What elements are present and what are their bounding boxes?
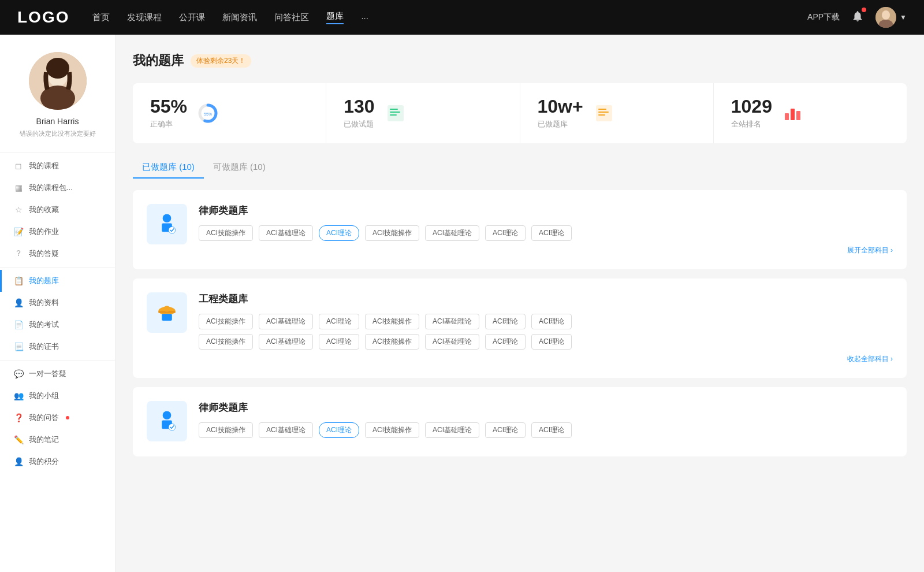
tag[interactable]: ACI技能操作 (199, 334, 253, 350)
sidebar-item-my-points[interactable]: 👤 我的积分 (0, 451, 115, 473)
tag[interactable]: ACI基础理论 (259, 314, 313, 329)
my-homework-icon: 📝 (14, 227, 23, 236)
nav-news[interactable]: 新闻资讯 (222, 12, 257, 23)
sidebar-item-my-exams[interactable]: 📄 我的考试 (0, 314, 115, 336)
my-courses-icon: ◻ (14, 161, 23, 170)
stat-banks-done-text: 10w+ 已做题库 (538, 97, 583, 129)
qbank-2-tags-row1: ACI技能操作 ACI基础理论 ACI理论 ACI技能操作 ACI基础理论 AC… (199, 314, 893, 329)
tag[interactable]: ACI基础理论 (425, 314, 479, 329)
expand-link-1[interactable]: 展开全部科目 › (199, 246, 893, 255)
tag-selected[interactable]: ACI理论 (319, 422, 359, 438)
navbar-right: APP下载 ▼ (807, 7, 907, 28)
avatar (875, 7, 896, 28)
stats-row: 55% 正确率 55% 130 已做试题 (133, 83, 907, 143)
logo: LOGO (17, 8, 69, 27)
questions-done-icon (384, 102, 407, 125)
qbank-2-tags-row2: ACI技能操作 ACI基础理论 ACI理论 ACI技能操作 ACI基础理论 AC… (199, 334, 893, 350)
sidebar-item-my-course-packages[interactable]: ▦ 我的课程包... (0, 177, 115, 199)
collapse-link-2[interactable]: 收起全部科目 › (199, 354, 893, 364)
sidebar-item-label: 一对一答疑 (29, 369, 66, 379)
tag[interactable]: ACI理论 (485, 225, 526, 241)
tag[interactable]: ACI技能操作 (365, 422, 419, 438)
tag[interactable]: ACI理论 (319, 314, 359, 329)
accuracy-chart-icon: 55% (196, 102, 219, 125)
svg-point-22 (163, 214, 172, 222)
sidebar-item-my-homework[interactable]: 📝 我的作业 (0, 221, 115, 243)
navbar: LOGO 首页 发现课程 公开课 新闻资讯 问答社区 题库 ··· APP下载 … (0, 0, 924, 35)
nav-more[interactable]: ··· (361, 13, 368, 23)
app-download-button[interactable]: APP下载 (807, 12, 840, 23)
tag[interactable]: ACI理论 (319, 334, 359, 350)
sidebar-item-label: 我的收藏 (29, 205, 59, 215)
sidebar-item-my-certificates[interactable]: 📃 我的证书 (0, 336, 115, 358)
my-qa-icon: ？ (14, 249, 23, 258)
nav-discover[interactable]: 发现课程 (127, 12, 162, 23)
my-profile-icon: 👤 (14, 298, 23, 307)
sidebar-item-my-qbank[interactable]: 📋 我的题库 (0, 270, 115, 292)
stat-banks-done-value: 10w+ (538, 97, 583, 116)
sidebar-item-my-questions[interactable]: ❓ 我的问答 (0, 407, 115, 429)
tag[interactable]: ACI理论 (531, 314, 572, 329)
sidebar-item-my-profile[interactable]: 👤 我的资料 (0, 292, 115, 314)
tag[interactable]: ACI理论 (531, 334, 572, 350)
tag[interactable]: ACI基础理论 (425, 225, 479, 241)
svg-point-24 (169, 226, 176, 233)
tag[interactable]: ACI技能操作 (199, 225, 253, 241)
sidebar-item-my-notes[interactable]: ✏️ 我的笔记 (0, 429, 115, 451)
tag[interactable]: ACI理论 (531, 225, 572, 241)
my-course-packages-icon: ▦ (14, 183, 23, 192)
sidebar-item-my-qa[interactable]: ？ 我的答疑 (0, 243, 115, 265)
qbank-3-title: 律师类题库 (199, 401, 893, 414)
tag[interactable]: ACI理论 (531, 422, 572, 438)
nav-qa[interactable]: 问答社区 (274, 12, 309, 23)
qbank-3-content: 律师类题库 ACI技能操作 ACI基础理论 ACI理论 ACI技能操作 ACI基… (199, 401, 893, 443)
tag[interactable]: ACI技能操作 (365, 225, 419, 241)
tag[interactable]: ACI技能操作 (199, 422, 253, 438)
tag[interactable]: ACI理论 (485, 314, 526, 329)
my-exams-icon: 📄 (14, 320, 23, 329)
tag[interactable]: ACI基础理论 (259, 225, 313, 241)
sidebar-item-label: 我的小组 (29, 391, 59, 401)
svg-rect-19 (785, 113, 789, 120)
svg-text:55%: 55% (204, 112, 212, 116)
sidebar-item-label: 我的课程 (29, 161, 59, 171)
svg-point-6 (46, 58, 69, 79)
tag[interactable]: ACI技能操作 (199, 314, 253, 329)
sidebar-item-one-on-one[interactable]: 💬 一对一答疑 (0, 363, 115, 385)
sidebar-item-my-groups[interactable]: 👥 我的小组 (0, 385, 115, 407)
stat-accuracy-value: 55% (150, 97, 187, 116)
nav-qbank[interactable]: 题库 (326, 11, 344, 24)
tag[interactable]: ACI理论 (485, 334, 526, 350)
svg-point-31 (169, 424, 176, 430)
qbank-2-title: 工程类题库 (199, 292, 893, 306)
tag[interactable]: ACI基础理论 (259, 334, 313, 350)
tag[interactable]: ACI技能操作 (365, 314, 419, 329)
my-certificates-icon: 📃 (14, 342, 23, 351)
divider-2 (0, 267, 115, 268)
nav-home[interactable]: 首页 (92, 12, 110, 23)
tab-available-banks[interactable]: 可做题库 (10) (204, 157, 275, 179)
sidebar-item-label: 我的题库 (29, 276, 59, 286)
tag[interactable]: ACI理论 (485, 422, 526, 438)
notification-button[interactable] (851, 10, 864, 25)
tag[interactable]: ACI基础理论 (425, 334, 479, 350)
user-avatar-area[interactable]: ▼ (875, 7, 907, 28)
tag[interactable]: ACI基础理论 (259, 422, 313, 438)
tag[interactable]: ACI技能操作 (365, 334, 419, 350)
sidebar-item-label: 我的作业 (29, 226, 59, 237)
stat-rank: 1029 全站排名 (714, 83, 907, 143)
stat-questions-done-label: 已做试题 (344, 119, 374, 129)
qbank-2-content: 工程类题库 ACI技能操作 ACI基础理论 ACI理论 ACI技能操作 ACI基… (199, 292, 893, 364)
svg-rect-15 (596, 105, 612, 121)
sidebar-item-label: 我的笔记 (29, 434, 59, 445)
tab-done-banks[interactable]: 已做题库 (10) (133, 157, 204, 179)
sidebar-item-my-courses[interactable]: ◻ 我的课程 (0, 155, 115, 177)
tag[interactable]: ACI基础理论 (425, 422, 479, 438)
lawyer-icon-1 (147, 204, 187, 244)
sidebar-item-my-favorites[interactable]: ☆ 我的收藏 (0, 199, 115, 221)
tag-selected[interactable]: ACI理论 (319, 225, 359, 241)
sidebar-item-label: 我的证书 (29, 341, 59, 352)
svg-rect-18 (598, 114, 605, 116)
stat-rank-value: 1029 (731, 97, 772, 116)
nav-open-course[interactable]: 公开课 (179, 12, 205, 23)
